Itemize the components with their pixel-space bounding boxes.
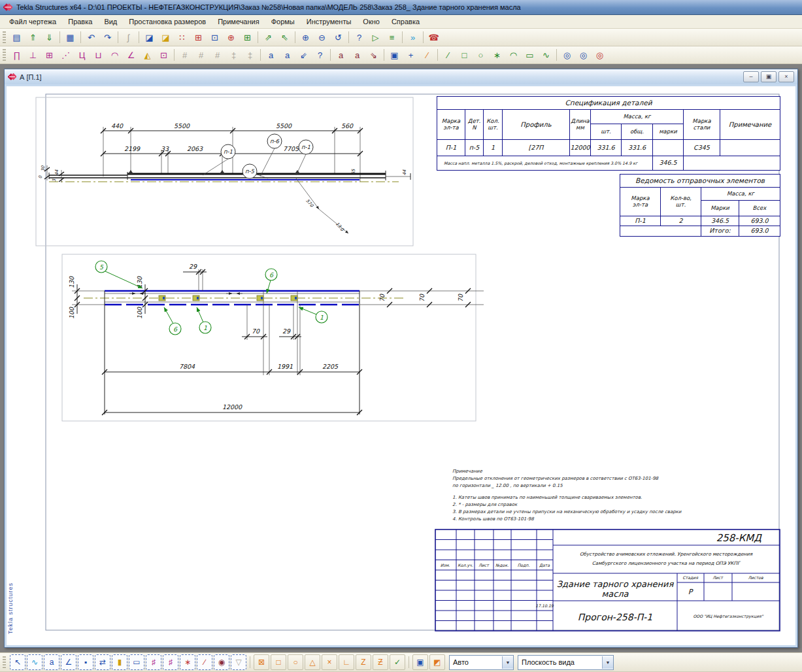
redo-icon[interactable]: ↷ <box>99 30 116 45</box>
top-view[interactable]: 440 5500 5500 560 2199 33 2063 7705 <box>36 97 413 246</box>
note-plain-icon[interactable]: a <box>279 48 295 63</box>
render-view-button[interactable]: ◩ <box>429 654 445 670</box>
note-assoc-icon[interactable]: ? <box>312 48 328 63</box>
print-icon[interactable]: ▦ <box>62 30 78 45</box>
more-commands-icon[interactable]: » <box>405 30 421 45</box>
text-frame-icon[interactable]: ▣ <box>386 48 403 63</box>
select-curve-switch[interactable]: ∿ <box>27 654 42 670</box>
ghost-outline-icon[interactable]: ∫ <box>120 30 137 45</box>
snap-triangle-switch[interactable]: △ <box>305 654 320 670</box>
view-blue-icon[interactable]: ◪ <box>141 30 158 45</box>
dim-angle-icon[interactable]: ∠ <box>123 48 139 63</box>
dim-xx-disabled-icon[interactable]: # <box>193 48 209 63</box>
model-link-alt-icon[interactable]: ⇖ <box>276 30 293 45</box>
zoom-in-icon[interactable]: ⊕ <box>297 30 314 45</box>
snap-corner-switch[interactable]: ∟ <box>339 654 354 670</box>
dim-triangle-icon[interactable]: ◭ <box>139 48 156 63</box>
select-mark-switch[interactable]: ▮ <box>112 654 127 670</box>
draw-line-icon[interactable]: ∕ <box>440 48 456 63</box>
pan-view-icon[interactable]: ⊡ <box>207 30 223 45</box>
mark-leader-icon[interactable]: a <box>333 48 349 63</box>
chevron-down-icon[interactable]: ▼ <box>502 656 513 669</box>
open-report-icon[interactable]: ▷ <box>367 30 384 45</box>
select-line-switch[interactable]: ∠ <box>61 654 76 670</box>
select-cut-switch[interactable]: ∕ <box>197 654 212 670</box>
draw-polygon-icon[interactable]: ∗ <box>489 48 505 63</box>
draw-arc-icon[interactable]: ◠ <box>505 48 522 63</box>
dim-tag-disabled-icon[interactable]: ‡ <box>226 48 242 63</box>
dim-slope-icon[interactable]: ⋰ <box>58 48 74 63</box>
draw-rect2-icon[interactable]: ▭ <box>522 48 538 63</box>
select-component-switch[interactable]: ◉ <box>214 654 229 670</box>
toolbar-handle[interactable] <box>3 656 6 668</box>
undo-icon[interactable]: ↶ <box>83 30 99 45</box>
phone-support-icon[interactable]: ☎ <box>426 30 442 45</box>
snap-z-switch[interactable]: Z <box>356 654 371 670</box>
snap-z-off-switch[interactable]: Ƶ <box>373 654 388 670</box>
snap-reference-switch[interactable]: ⊠ <box>254 654 269 670</box>
restore-icon[interactable]: ▣ <box>761 71 777 82</box>
whats-this-icon[interactable]: ? <box>351 30 367 45</box>
report-list-icon[interactable]: ≡ <box>384 30 400 45</box>
dim-settings-icon[interactable]: ⊡ <box>156 48 172 63</box>
menu-window[interactable]: Окно <box>358 16 385 27</box>
beam-plan[interactable] <box>84 291 484 414</box>
select-text-switch[interactable]: a <box>44 654 59 670</box>
menu-view[interactable]: Вид <box>99 16 122 27</box>
drawing-window[interactable]: А [П.1] – ▣ × <box>4 69 798 648</box>
toolbar-handle[interactable] <box>3 31 6 43</box>
snap-circle-switch[interactable]: ○ <box>288 654 303 670</box>
minimize-icon[interactable]: – <box>743 71 759 82</box>
bottom-view[interactable]: 70 70 70 29 <box>62 254 484 421</box>
dim-free-icon[interactable]: ⊞ <box>41 48 58 63</box>
dim-x-disabled-icon[interactable]: # <box>176 48 193 63</box>
zoom-original-icon[interactable]: ↺ <box>330 30 346 45</box>
draw-spline-icon[interactable]: ∿ <box>538 48 554 63</box>
dim-tag2-disabled-icon[interactable]: ‡ <box>242 48 258 63</box>
fit-work-area-icon[interactable]: ⊞ <box>190 30 207 45</box>
snap-cross-switch[interactable]: × <box>322 654 337 670</box>
dim-curved-icon[interactable]: ◠ <box>107 48 123 63</box>
ortho-view-button[interactable]: ▣ <box>412 654 428 670</box>
note-arrow-icon[interactable]: ⇙ <box>295 48 312 63</box>
select-weld-switch[interactable]: ∗ <box>180 654 195 670</box>
model-link-icon[interactable]: ⇗ <box>260 30 276 45</box>
menu-drawing-file[interactable]: Файл чертежа <box>4 16 61 27</box>
select-area-switch[interactable]: ▪ <box>78 654 93 670</box>
symbol-blue-icon[interactable]: ◎ <box>559 48 575 63</box>
menu-shapes[interactable]: Формы <box>266 16 300 27</box>
mark-arrow-icon[interactable]: ⇘ <box>365 48 382 63</box>
snap-ok-switch[interactable]: ✓ <box>390 654 405 670</box>
select-gridline-switch[interactable]: ♯ <box>163 654 178 670</box>
note-leader-icon[interactable]: a <box>263 48 279 63</box>
dim-base-icon[interactable]: ⊔ <box>90 48 107 63</box>
symbol-red-icon[interactable]: ◎ <box>592 48 608 63</box>
drawing-window-titlebar[interactable]: А [П.1] – ▣ × <box>5 69 797 84</box>
zoom-out-icon[interactable]: ⊖ <box>314 30 330 45</box>
dim-ortho-icon[interactable]: ⊥ <box>25 48 41 63</box>
draw-circle-icon[interactable]: ○ <box>473 48 489 63</box>
select-move-switch[interactable]: ⇄ <box>95 654 110 670</box>
select-grid-switch[interactable]: ♯ <box>146 654 161 670</box>
snap-geometry-switch[interactable]: □ <box>271 654 286 670</box>
export-drawing-icon[interactable]: ⇓ <box>41 30 58 45</box>
freehand-pen-icon[interactable]: ∕ <box>419 48 435 63</box>
select-filter-switch[interactable]: ▽ <box>231 654 246 670</box>
menu-annotations[interactable]: Примечания <box>212 16 265 27</box>
draw-rect-icon[interactable]: □ <box>456 48 473 63</box>
dim-vertical-icon[interactable]: Ц <box>74 48 90 63</box>
view-dots-icon[interactable]: ∷ <box>174 30 190 45</box>
level-mark-icon[interactable]: + <box>403 48 419 63</box>
import-drawing-icon[interactable]: ⇑ <box>25 30 41 45</box>
menu-help[interactable]: Справка <box>386 16 425 27</box>
view-plane-combo[interactable]: Плоскость вида ▼ <box>518 655 614 670</box>
select-all-switch[interactable]: ↖ <box>10 654 25 670</box>
copy-drawing-icon[interactable]: ▤ <box>8 30 25 45</box>
dim-add-icon[interactable]: ∏ <box>8 48 25 63</box>
drawing-canvas[interactable]: 440 5500 5500 560 2199 33 2063 7705 <box>7 86 795 645</box>
mark-plain-icon[interactable]: a <box>349 48 365 63</box>
add-view-icon[interactable]: ⊞ <box>239 30 256 45</box>
scale-combo[interactable]: Авто ▼ <box>449 655 514 670</box>
menu-tools[interactable]: Инструменты <box>301 16 357 27</box>
select-view-switch[interactable]: ▭ <box>129 654 144 670</box>
